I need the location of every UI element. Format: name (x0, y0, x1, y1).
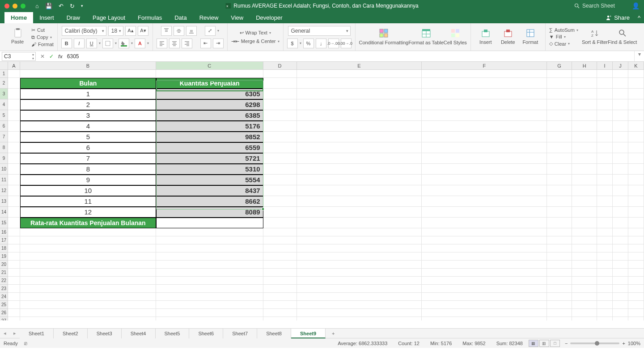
cell[interactable] (8, 317, 20, 321)
cell[interactable] (628, 218, 644, 228)
cell[interactable] (613, 317, 628, 321)
cell[interactable] (572, 175, 597, 185)
cell[interactable] (422, 164, 547, 175)
conditional-formatting-button[interactable]: Conditional Formatting (359, 28, 409, 45)
select-all-corner[interactable] (0, 62, 8, 69)
cell[interactable] (613, 218, 628, 228)
cell[interactable] (156, 301, 263, 309)
row-header-23[interactable]: 23 (0, 285, 8, 293)
cell[interactable] (422, 218, 547, 228)
cell[interactable] (597, 132, 613, 142)
redo-icon[interactable]: ↻ (70, 3, 75, 9)
cell[interactable] (613, 285, 628, 293)
table-cell-bulan[interactable]: 3 (20, 110, 156, 121)
cell[interactable] (297, 236, 422, 244)
table-cell-bulan[interactable]: 5 (20, 132, 156, 142)
cell[interactable] (597, 99, 613, 110)
cell[interactable] (263, 207, 297, 218)
row-header-10[interactable]: 10 (0, 164, 8, 175)
tab-formulas[interactable]: Formulas (131, 12, 168, 23)
cell[interactable] (422, 207, 547, 218)
fill-color-button[interactable] (119, 38, 129, 48)
cell[interactable] (547, 317, 572, 321)
cell[interactable] (8, 70, 20, 78)
cell[interactable] (547, 185, 572, 196)
table-cell-bulan[interactable]: 6 (20, 142, 156, 153)
cell[interactable] (422, 252, 547, 261)
cell[interactable] (628, 228, 644, 236)
align-middle-button[interactable] (174, 26, 184, 36)
align-center-button[interactable] (169, 38, 180, 48)
undo-icon[interactable]: ↶ (59, 3, 64, 9)
table-cell-value[interactable]: 6385 (156, 110, 263, 121)
align-top-button[interactable] (161, 26, 172, 36)
cell[interactable] (572, 252, 597, 261)
border-button[interactable] (102, 38, 113, 48)
increase-indent-button[interactable]: ⇥ (213, 38, 224, 48)
copy-button[interactable]: ⧉Copy▾ (31, 34, 54, 40)
cell[interactable] (628, 244, 644, 252)
underline-button[interactable]: U (86, 38, 97, 48)
cell[interactable] (572, 277, 597, 285)
row-header-12[interactable]: 12 (0, 185, 8, 196)
cut-button[interactable]: ✂Cut (31, 27, 54, 33)
cell[interactable] (8, 252, 20, 261)
tab-view[interactable]: View (225, 12, 250, 23)
cell[interactable] (613, 207, 628, 218)
share-button[interactable]: + Share (601, 12, 634, 23)
col-header-E[interactable]: E (297, 62, 422, 69)
cell[interactable] (422, 236, 547, 244)
page-break-view-button[interactable]: □ (550, 340, 560, 347)
cell[interactable] (547, 89, 572, 99)
cell[interactable] (20, 301, 156, 309)
cell[interactable] (572, 99, 597, 110)
cell[interactable] (8, 142, 20, 153)
col-header-H[interactable]: H (572, 62, 597, 69)
row-header-25[interactable]: 25 (0, 301, 8, 309)
cell[interactable] (156, 293, 263, 301)
cell[interactable] (547, 70, 572, 78)
cell[interactable] (156, 252, 263, 261)
row-header-6[interactable]: 6 (0, 121, 8, 132)
cell[interactable] (8, 164, 20, 175)
cell[interactable] (156, 70, 263, 78)
cell[interactable] (547, 142, 572, 153)
cell[interactable] (572, 196, 597, 207)
cell[interactable] (422, 309, 547, 317)
paste-button[interactable]: Paste (6, 29, 29, 44)
table-cell-value[interactable]: 5310 (156, 164, 263, 175)
zoom-in-button[interactable]: + (622, 341, 625, 346)
cell[interactable] (422, 301, 547, 309)
cell[interactable] (597, 309, 613, 317)
row-header-20[interactable]: 20 (0, 261, 8, 269)
cell[interactable] (297, 285, 422, 293)
cell[interactable] (20, 309, 156, 317)
cell[interactable] (156, 309, 263, 317)
row-header-4[interactable]: 4 (0, 99, 8, 110)
table-footer-label[interactable]: Rata-rata Kuantitas Penjualan Bulanan (20, 218, 156, 228)
sheet-tab-Sheet2[interactable]: Sheet2 (54, 329, 88, 338)
cell[interactable] (422, 244, 547, 252)
cell[interactable] (297, 277, 422, 285)
col-header-I[interactable]: I (597, 62, 613, 69)
cell[interactable] (547, 196, 572, 207)
cell[interactable] (20, 293, 156, 301)
cell[interactable] (628, 236, 644, 244)
cell[interactable] (572, 185, 597, 196)
cell[interactable] (297, 121, 422, 132)
decrease-font-button[interactable]: A▾ (138, 26, 148, 36)
minimize-window-button[interactable] (13, 4, 17, 9)
cell[interactable] (263, 70, 297, 78)
cell[interactable] (547, 252, 572, 261)
cancel-formula-icon[interactable]: ✕ (40, 53, 45, 60)
cell[interactable] (572, 89, 597, 99)
cell[interactable] (263, 252, 297, 261)
increase-decimal-button[interactable]: .0→.00 (328, 38, 339, 48)
formula-input[interactable]: 6305 (67, 53, 634, 60)
cell-styles-button[interactable]: Cell Styles (444, 28, 467, 45)
col-header-A[interactable]: A (8, 62, 20, 69)
tab-home[interactable]: Home (4, 12, 33, 23)
font-name-select[interactable]: Calibri (Body) (62, 26, 106, 36)
cell[interactable] (628, 99, 644, 110)
tab-insert[interactable]: Insert (33, 12, 60, 23)
